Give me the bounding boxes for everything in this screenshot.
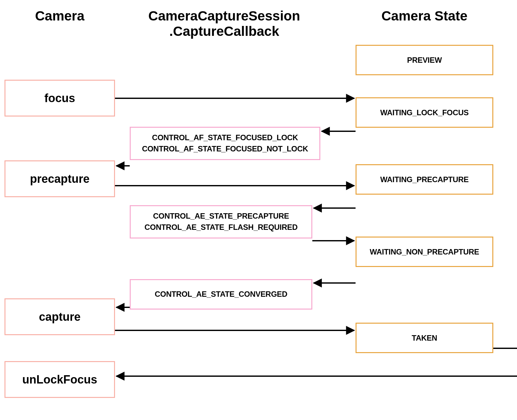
state-box-waiting-lock-focus: WAITING_LOCK_FOCUS bbox=[356, 97, 493, 128]
callback-box-ae: CONTROL_AE_STATE_PRECAPTURE CONTROL_AE_S… bbox=[130, 205, 312, 238]
callback-box-af: CONTROL_AF_STATE_FOCUSED_LOCK CONTROL_AF… bbox=[130, 127, 320, 160]
state-box-waiting-non-precapture: WAITING_NON_PRECAPTURE bbox=[356, 237, 493, 267]
heading-callback: CameraCaptureSession .CaptureCallback bbox=[130, 8, 319, 39]
callback-af-line2: CONTROL_AF_STATE_FOCUSED_NOT_LOCK bbox=[142, 144, 308, 153]
callback-af-line1: CONTROL_AF_STATE_FOCUSED_LOCK bbox=[152, 133, 298, 142]
camera-box-focus: focus bbox=[4, 80, 115, 117]
heading-camera: Camera bbox=[4, 8, 115, 24]
state-box-taken: TAKEN bbox=[356, 323, 493, 353]
camera-box-capture: capture bbox=[4, 298, 115, 335]
camera-box-unlockfocus: unLockFocus bbox=[4, 361, 115, 398]
camera-box-precapture: precapture bbox=[4, 160, 115, 197]
callback-ae-line2: CONTROL_AE_STATE_FLASH_REQUIRED bbox=[144, 223, 298, 231]
heading-callback-line2: .CaptureCallback bbox=[169, 24, 279, 39]
state-box-waiting-precapture: WAITING_PRECAPTURE bbox=[356, 164, 493, 195]
heading-callback-line1: CameraCaptureSession bbox=[148, 8, 300, 23]
callback-box-ae-converged: CONTROL_AE_STATE_CONVERGED bbox=[130, 279, 312, 310]
state-box-preview: PREVIEW bbox=[356, 45, 493, 75]
callback-ae-line1: CONTROL_AE_STATE_PRECAPTURE bbox=[153, 212, 289, 220]
heading-state: Camera State bbox=[356, 8, 493, 24]
callback-ae-converged: CONTROL_AE_STATE_CONVERGED bbox=[155, 289, 287, 300]
